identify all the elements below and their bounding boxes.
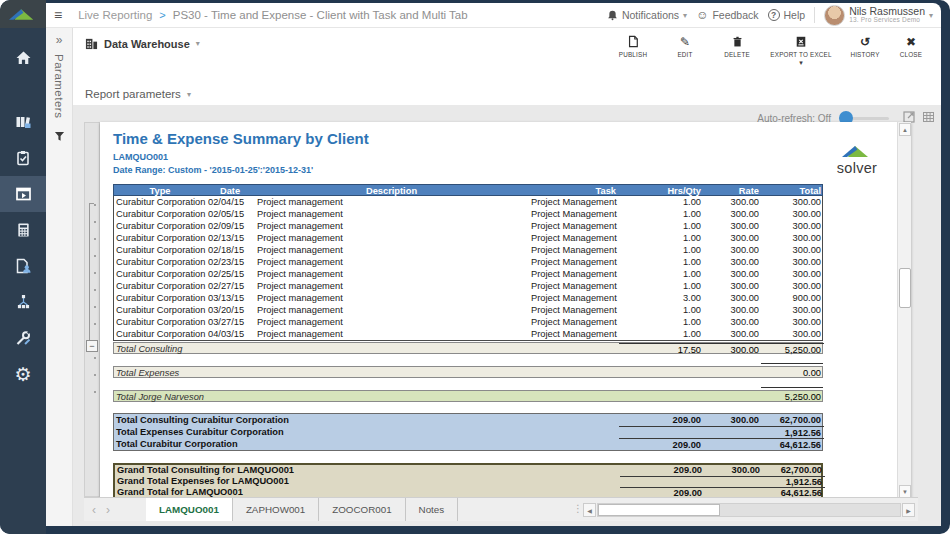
cell-date: 03/20/15 (206, 304, 254, 316)
report-parameters-label: Report parameters (85, 88, 181, 100)
client-total-total: 64,612.56 (762, 438, 824, 451)
cell-total: 300.00 (762, 208, 824, 220)
cell-rate: 300.00 (704, 292, 762, 304)
export-to-excel-button[interactable]: EXPORT TO EXCEL ▾ (763, 33, 839, 66)
scroll-right-button[interactable]: ▶ (902, 503, 915, 517)
sidebar-item-live-reporting[interactable] (0, 176, 46, 212)
sheet-tab[interactable]: Notes (406, 498, 459, 521)
cell-task: Project Management (529, 292, 619, 304)
cell-description: Project management (254, 232, 529, 244)
tab-scroll-left-icon[interactable]: ‹ (92, 504, 96, 516)
outline-dot (85, 374, 99, 386)
subtotal-label: Total Jorge Narveson (114, 391, 619, 403)
outline-dot (85, 357, 99, 369)
table-row: Curabitur Corporation 02/27/15 Project m… (114, 280, 822, 292)
table-row: Curabitur Corporation 02/18/15 Project m… (114, 244, 822, 256)
grand-total-row: Grand Total Consulting for LAMQUO001 209… (115, 465, 821, 476)
collapse-group-button[interactable]: − (86, 340, 98, 352)
filter-funnel-icon[interactable] (54, 128, 65, 146)
sidebar-item-admin-tools[interactable] (0, 320, 46, 356)
accounting-rule (761, 363, 823, 364)
help-button[interactable]: ? Help (768, 9, 806, 21)
feedback-button[interactable]: ☺ Feedback (696, 8, 758, 22)
cell-date: 04/03/15 (206, 328, 254, 340)
sidebar-item-assignments[interactable] (0, 140, 46, 176)
notifications-menu[interactable]: Notifications ▾ (607, 9, 687, 21)
grid-view-icon[interactable] (922, 109, 935, 127)
data-source-dropdown[interactable]: Data Warehouse ▾ (85, 37, 200, 50)
sheet-tab[interactable]: LAMQUO001 (146, 498, 233, 521)
pencil-icon: ✎ (680, 35, 690, 48)
cell-rate: 300.00 (704, 220, 762, 232)
outline-dot (85, 289, 99, 301)
cell-description: Project management (254, 280, 529, 292)
scroll-up-button[interactable]: ▲ (899, 123, 911, 136)
cell-total: 300.00 (762, 244, 824, 256)
clipboard-check-icon (15, 150, 31, 166)
tools-icon (15, 330, 32, 346)
excel-export-icon (795, 35, 807, 48)
sidebar-item-settings[interactable]: ⚙ (0, 356, 46, 392)
publish-button[interactable]: PUBLISH (607, 33, 659, 58)
scrollbar-resize-handle[interactable]: ⋮ (573, 503, 583, 514)
cell-task: Project Management (529, 268, 619, 280)
solver-logo-mark[interactable] (0, 0, 46, 28)
user-menu[interactable]: Nils Rasmussen 13. Pro Services Demo ▾ (824, 5, 933, 26)
horizontal-scrollbar[interactable] (597, 503, 901, 517)
outline-dot (85, 238, 99, 250)
bell-icon (607, 9, 618, 21)
delete-button[interactable]: DELETE (711, 33, 763, 58)
close-button[interactable]: ✖ CLOSE (891, 33, 931, 58)
sheet-tab[interactable]: ZAPHOW001 (233, 498, 319, 521)
cell-task: Project Management (529, 280, 619, 292)
cell-task: Project Management (529, 220, 619, 232)
edit-button[interactable]: ✎ EDIT (659, 33, 711, 58)
cell-date: 02/18/15 (206, 244, 254, 256)
chevron-down-icon: ▾ (196, 39, 200, 48)
help-icon: ? (768, 9, 780, 21)
sidebar-item-workflow[interactable] (0, 284, 46, 320)
report-title: Time & Expense Summary by Client (113, 130, 369, 147)
grand-total-hrs: 209.00 (620, 465, 705, 476)
subtotal-bands: Total Consulting 17.50 300.00 5,250.00 T… (113, 342, 823, 402)
cell-hrs: 1.00 (619, 280, 704, 292)
sidebar-item-budgeting[interactable] (0, 212, 46, 248)
table-row: Curabitur Corporation 02/23/15 Project m… (114, 256, 822, 268)
cell-rate: 300.00 (704, 256, 762, 268)
cell-description: Project management (254, 244, 529, 256)
client-total-rate: 300.00 (704, 414, 762, 426)
cell-type: Curabitur Corporation (114, 304, 206, 316)
solver-logo: solver (825, 144, 889, 175)
cell-type: Curabitur Corporation (114, 244, 206, 256)
subtotal-hrs (619, 367, 704, 379)
horizontal-scroll-thumb[interactable] (598, 504, 720, 516)
cell-total: 300.00 (762, 220, 824, 232)
history-button[interactable]: ↺ HISTORY (839, 33, 891, 58)
report-parameters-toggle[interactable]: Report parameters ▾ (85, 88, 191, 100)
workspace: Data Warehouse ▾ PUBLISH ✎ EDIT DELETE E… (73, 28, 941, 526)
outline-dot (85, 221, 99, 233)
sidebar-item-library[interactable] (0, 104, 46, 140)
vertical-scrollbar[interactable]: ▲ ▼ (897, 122, 911, 499)
cell-date: 02/23/15 (206, 256, 254, 268)
table-row: Curabitur Corporation 02/09/15 Project m… (114, 220, 822, 232)
client-total-hrs: 209.00 (619, 414, 704, 426)
cell-date: 03/27/15 (206, 316, 254, 328)
parameters-panel-title: Parameters (53, 54, 65, 118)
breadcrumb-section[interactable]: Live Reporting (78, 9, 152, 21)
cell-hrs: 1.00 (619, 328, 704, 340)
expand-panel-icon[interactable]: » (56, 34, 63, 46)
sheet-tab-label: ZAPHOW001 (246, 504, 305, 515)
trash-icon (732, 35, 743, 48)
sidebar-item-data-entry[interactable] (0, 248, 46, 284)
cell-hrs: 3.00 (619, 292, 704, 304)
grand-total-label: Grand Total Consulting for LAMQUO001 (115, 465, 620, 476)
tab-scroll-right-icon[interactable]: › (106, 504, 110, 516)
sidebar-item-home[interactable] (0, 40, 46, 76)
vertical-scroll-thumb[interactable] (899, 268, 911, 308)
cell-total: 300.00 (762, 196, 824, 208)
scroll-left-button[interactable]: ◀ (583, 503, 596, 517)
menu-icon[interactable]: ≡ (52, 7, 70, 23)
cell-rate: 300.00 (704, 208, 762, 220)
sheet-tab[interactable]: ZOOCOR001 (319, 498, 405, 521)
